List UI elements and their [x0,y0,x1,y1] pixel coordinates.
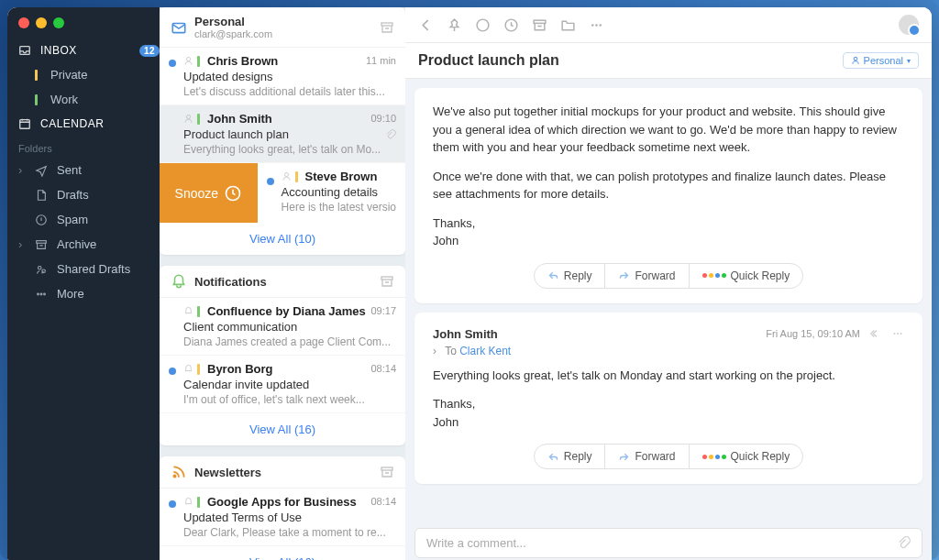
archive-icon[interactable] [380,274,394,289]
unread-dot-icon [169,117,176,125]
svg-point-26 [897,333,899,335]
back-icon[interactable] [418,17,434,33]
sidebar-inbox-label: INBOX [40,44,77,57]
sidebar-shared-drafts-label: Shared Drafts [57,262,130,276]
more-icon[interactable] [891,327,904,340]
reply-button[interactable]: Reply [535,445,606,468]
svg-point-27 [900,333,901,335]
close-window-button[interactable] [18,17,29,28]
group-subtitle: clark@spark.com [194,28,380,39]
account-avatar[interactable] [899,15,919,35]
sidebar-more[interactable]: More [7,281,160,306]
message-card: We've also put together initial mockups … [414,88,922,303]
mail-preview: Here is the latest versio [282,201,396,214]
mail-subject: Product launch plan [183,127,396,141]
rss-icon [171,464,187,480]
sidebar-work[interactable]: Work [7,87,160,112]
mail-item[interactable]: Steve Brown Accounting details Here is t… [258,163,405,223]
unread-dot-icon [169,310,176,317]
unread-dot-icon [169,368,176,375]
svg-point-22 [595,24,598,27]
mail-sender: John Smith [207,112,272,126]
svg-point-18 [477,19,489,31]
quick-reply-button[interactable]: Quick Reply [690,445,803,468]
unread-dot-icon [169,500,176,508]
sidebar-inbox[interactable]: INBOX 12 [7,38,160,62]
mail-time: 08:14 [370,496,396,507]
message-signoff: Thanks, [433,397,475,411]
minimize-window-button[interactable] [36,17,47,28]
mail-time: 08:14 [370,363,396,374]
svg-point-6 [38,293,39,295]
snooze-icon[interactable] [503,17,519,33]
pin-icon[interactable] [447,17,462,33]
forward-button[interactable]: Forward [605,445,689,468]
bell-icon [171,273,187,290]
attachment-icon[interactable] [897,536,911,550]
sidebar-spam[interactable]: Spam [7,207,160,232]
messages-scroll[interactable]: We've also put together initial mockups … [405,79,932,522]
sidebar-calendar[interactable]: CALENDAR [7,112,160,136]
sidebar-sent[interactable]: › Sent [7,158,160,182]
sidebar-more-label: More [57,287,84,301]
message-signoff: Thanks, [433,216,475,230]
view-all-button[interactable]: View All (10) [160,223,405,255]
group-header-personal[interactable]: Personal clark@spark.com [160,7,405,48]
archive-icon[interactable] [532,17,547,33]
more-icon[interactable] [589,17,604,33]
svg-point-25 [893,333,895,335]
sidebar-drafts[interactable]: Drafts [7,182,160,207]
sidebar-drafts-label: Drafts [57,188,89,202]
folder-tag[interactable]: Personal ▾ [843,52,919,69]
mail-subject: Accounting details [282,185,396,199]
svg-point-16 [173,475,175,477]
color-marker-icon [197,364,200,375]
forward-label: Forward [635,450,675,463]
view-all-button[interactable]: View All (16) [160,413,405,445]
mail-item[interactable]: Google Apps for Business Updated Terms o… [160,489,405,546]
maximize-window-button[interactable] [53,17,64,28]
folder-icon[interactable] [560,17,576,33]
message-subject: Product launch plan [418,52,843,69]
bell-icon [183,497,193,507]
quick-reply-label: Quick Reply [731,269,790,282]
svg-rect-10 [381,23,392,26]
sidebar-archive[interactable]: › Archive [7,232,160,257]
inbox-badge: 12 [139,45,160,57]
message-paragraph: Once we're done with that, we can polish… [433,168,904,203]
toolbar [405,7,932,43]
sidebar: INBOX 12 Private Work CALENDAR Folders ›… [7,7,160,560]
reply-button[interactable]: Reply [535,264,606,288]
forward-button[interactable]: Forward [605,264,689,288]
group-header-notifications[interactable]: Notifications [160,266,405,298]
message-signature: John [433,234,458,247]
archive-icon[interactable] [380,20,394,35]
color-marker-icon [197,114,200,125]
recipient-link[interactable]: Clark Kent [459,345,511,357]
view-all-button[interactable]: View All (16) [160,546,405,560]
calendar-icon [18,117,31,130]
mail-icon [171,19,187,36]
archive-icon[interactable] [380,465,394,479]
quick-reply-icon [702,455,726,459]
color-marker-icon [295,171,298,182]
mail-item[interactable]: Chris Brown Updated designs Let's discus… [160,48,405,105]
svg-point-14 [284,172,288,176]
snooze-button[interactable]: Snooze [160,163,258,223]
reply-all-icon[interactable] [869,327,882,340]
sidebar-private[interactable]: Private [7,62,160,87]
quick-reply-button[interactable]: Quick Reply [690,264,803,288]
window-controls [7,7,160,38]
message-signature: John [433,415,458,429]
mail-item[interactable]: Confluence by Diana James Client communi… [160,298,405,356]
sidebar-shared-drafts[interactable]: Shared Drafts [7,257,160,281]
mail-item[interactable]: John Smith Product launch plan Everythin… [160,105,405,163]
message-paragraph: We've also put together initial mockups … [433,103,904,157]
comment-input[interactable]: Write a comment... [414,528,922,558]
mark-read-icon[interactable] [475,17,491,33]
chevron-right-icon[interactable]: › [433,345,440,357]
svg-point-11 [186,57,190,60]
svg-rect-1 [20,120,30,129]
group-header-newsletters[interactable]: Newsletters [160,456,405,489]
mail-item[interactable]: Byron Borg Calendar invite updated I'm o… [160,356,405,413]
